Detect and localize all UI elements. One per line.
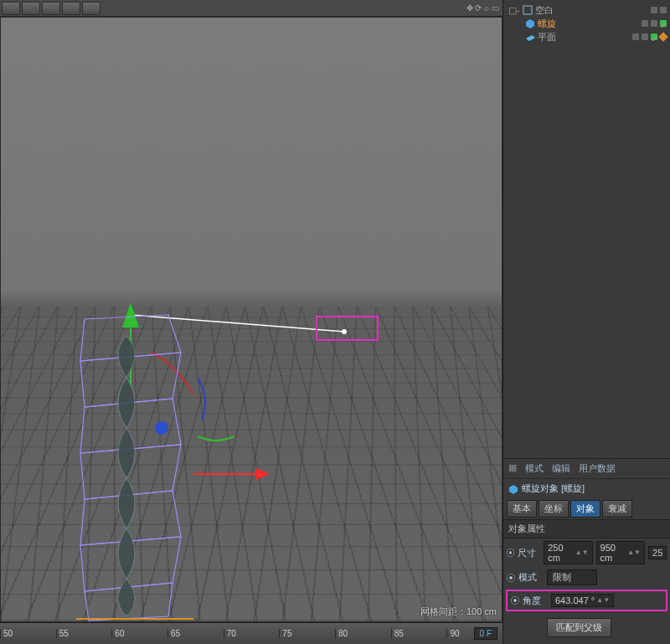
tree-item-label: 螺旋 [538,18,556,30]
highlight-box-viewport [316,316,379,341]
timeline-tick[interactable]: 55 [56,629,112,638]
attr-tabbar[interactable]: 基本 坐标 对象 衰减 [503,498,670,519]
anim-dot[interactable] [507,549,514,557]
prop-size-row: 尺寸 250 cm▲▼ 950 cm▲▼ 25 [503,538,670,567]
svg-rect-8 [523,6,532,14]
tab-coord[interactable]: 坐标 [539,500,569,518]
viewport-3d[interactable]: 网格间距：100 cm [0,17,502,622]
tool-button[interactable] [42,2,60,15]
tab-basic[interactable]: 基本 [507,500,537,518]
tab-object[interactable]: 对象 [570,500,600,518]
tree-item-helix[interactable]: 螺旋 ✓ [508,17,667,30]
timeline[interactable]: 505560657075808590 0 F [0,622,502,644]
object-manager[interactable]: ▢- 空白 螺旋 ✓ 平面 ✓ [503,0,670,75]
tool-button[interactable] [2,2,20,15]
attribute-manager: ▦ 模式 编辑 用户数据 螺旋对象 [螺旋] 基本 坐标 对象 衰减 对象属性 [503,458,670,644]
grid-icon: ▦ [508,462,517,475]
anim-dot[interactable] [511,596,519,605]
tool-button[interactable] [82,2,100,15]
timeline-tick[interactable]: 85 [391,629,447,638]
size-y-field[interactable]: 950 cm▲▼ [596,541,645,564]
prop-label-mode: 模式 [518,571,544,584]
timeline-tick[interactable]: 75 [279,629,335,638]
null-icon [523,5,533,15]
timeline-tick[interactable]: 50 [0,629,56,638]
timeline-tick[interactable]: 70 [224,629,280,638]
attr-menubar[interactable]: ▦ 模式 编辑 用户数据 [503,459,670,479]
viewport-toolbar: ✥ ⟳ ⌕ ▭ [0,0,502,17]
cube-icon [525,18,535,28]
prop-mode-row: 模式 限制 [503,567,670,588]
svg-marker-9 [526,19,534,28]
tree-item-label: 平面 [538,31,556,44]
tool-button[interactable] [22,2,40,15]
scene-overlay [1,18,502,622]
tree-item-label: 空白 [535,4,554,17]
current-frame-field[interactable]: 0 F [474,627,497,640]
size-x-field[interactable]: 250 cm▲▼ [544,541,592,564]
plane-icon [525,32,535,42]
svg-point-6 [155,421,168,435]
tree-root-null[interactable]: ▢- 空白 [508,3,667,17]
viewport-nav-icons[interactable]: ✥ ⟳ ⌕ ▭ [466,3,502,13]
mode-dropdown[interactable]: 限制 [547,569,597,585]
menu-edit[interactable]: 编辑 [552,462,570,475]
timeline-tick[interactable]: 80 [335,629,391,638]
tag-icon [658,32,667,41]
tab-falloff[interactable]: 衰减 [602,500,632,518]
expand-icon[interactable]: ▢- [508,5,520,16]
svg-line-0 [131,315,344,332]
timeline-tick[interactable]: 60 [111,629,168,638]
fit-to-parent-button[interactable]: 匹配到父级 [547,618,611,637]
cube-icon [508,484,518,494]
prop-label-angle: 角度 [523,595,548,607]
timeline-tick[interactable]: 65 [168,629,224,638]
selected-object-title: 螺旋对象 [螺旋] [503,479,670,498]
tree-item-plane[interactable]: 平面 ✓ [508,30,667,44]
prop-angle-row: 角度 643.047 °▲▼ [506,590,667,611]
tool-button[interactable] [62,2,80,15]
anim-dot[interactable] [507,574,515,582]
menu-mode[interactable]: 模式 [525,462,544,475]
svg-marker-10 [526,35,535,41]
size-z-field[interactable]: 25 [648,546,667,559]
menu-userdata[interactable]: 用户数据 [579,462,616,475]
section-object-props: 对象属性 [503,519,670,538]
prop-label-size: 尺寸 [518,547,540,559]
viewport-hud-grid: 网格间距：100 cm [420,605,497,618]
svg-marker-5 [256,468,269,480]
svg-marker-11 [509,485,518,494]
angle-field[interactable]: 643.047 °▲▼ [551,594,614,607]
